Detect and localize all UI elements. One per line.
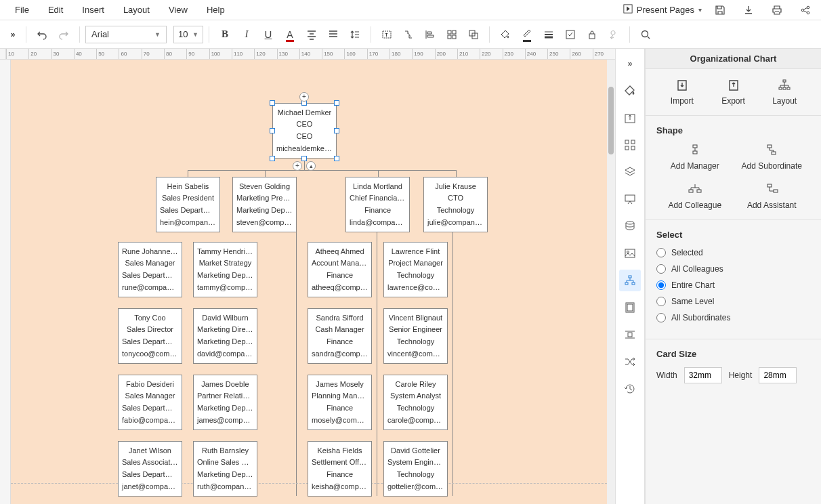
radio-all-subordinates[interactable]: All Subordinates: [656, 313, 810, 322]
group-button[interactable]: [463, 24, 484, 45]
org-card[interactable]: David WilburnMarketing DirectorMarketing…: [193, 308, 257, 364]
selection-handle-e[interactable]: [334, 128, 339, 133]
add-below-button[interactable]: +: [293, 161, 302, 171]
radio-entire-chart[interactable]: Entire Chart: [656, 280, 810, 290]
add-subordinate-button[interactable]: Add Subordinate: [734, 144, 811, 171]
selection-handle-nw[interactable]: [270, 100, 275, 106]
canvas[interactable]: Michael Demker CEO CEO michealdemker... …: [11, 60, 615, 504]
radio-selected[interactable]: Selected: [656, 248, 810, 257]
menu-help[interactable]: Help: [197, 5, 234, 15]
expand-toolbar-icon[interactable]: »: [5, 27, 20, 42]
width-input[interactable]: [684, 367, 722, 383]
org-card[interactable]: Vincent BlignautSenior EngineerTechnolog…: [383, 308, 448, 364]
height-input[interactable]: [759, 367, 797, 383]
svg-rect-26: [632, 282, 635, 285]
download-icon[interactable]: [738, 0, 759, 20]
org-card[interactable]: Linda MortlandChief Financial ...Finance…: [345, 177, 410, 232]
selection-handle-se[interactable]: [334, 156, 339, 161]
redo-button[interactable]: [54, 24, 74, 45]
org-card[interactable]: Fabio DesideriSales ManagerSales Departm…: [118, 375, 182, 430]
position-icon[interactable]: [619, 324, 641, 345]
add-colleague-button[interactable]: Add Colleague: [656, 183, 734, 210]
page-icon[interactable]: [619, 297, 641, 318]
align-para-button[interactable]: [323, 24, 343, 45]
menu-insert[interactable]: Insert: [72, 5, 114, 15]
properties-panel: Organizational Chart Import Export Layou…: [645, 49, 821, 504]
font-size-select[interactable]: 10▼: [173, 26, 203, 43]
add-assistant-button[interactable]: Add Assistant: [734, 183, 811, 210]
image-icon[interactable]: [619, 243, 641, 264]
search-button[interactable]: [635, 24, 656, 45]
menu-edit[interactable]: Edit: [39, 5, 72, 15]
org-card[interactable]: Hein SabelisSales PresidentSales Departm…: [156, 177, 220, 232]
org-card[interactable]: Julie KrauseCTOTechnologyjulie@company..…: [423, 177, 488, 232]
present-pages-button[interactable]: Present Pages ▾: [623, 4, 702, 16]
align-text-button[interactable]: [301, 24, 322, 45]
org-card[interactable]: Keisha FieldsSettlement OfficerFinanceke…: [308, 441, 372, 497]
grid-icon[interactable]: [619, 134, 641, 156]
svg-rect-37: [772, 152, 776, 154]
org-card-root[interactable]: Michael Demker CEO CEO michealdemker...: [272, 103, 337, 159]
share-icon[interactable]: [795, 0, 816, 20]
svg-point-21: [626, 222, 634, 224]
org-card[interactable]: Rune Johannes...Sales ManagerSales Depar…: [118, 242, 182, 297]
checkbox-button[interactable]: [560, 24, 581, 45]
tools-button[interactable]: [604, 24, 624, 45]
text-box-button[interactable]: T: [377, 24, 397, 45]
radio-all-colleagues[interactable]: All Colleagues: [656, 264, 810, 274]
layers-icon[interactable]: [619, 161, 641, 183]
line-style-button[interactable]: [539, 24, 559, 45]
vertical-scrollbar[interactable]: [607, 60, 615, 504]
selection-handle-s[interactable]: [301, 156, 307, 161]
org-card[interactable]: Atheeq AhmedAccount ManagerFinanceatheeq…: [308, 242, 372, 297]
radio-same-level[interactable]: Same Level: [656, 297, 810, 306]
menu-layout[interactable]: Layout: [114, 5, 159, 15]
org-card[interactable]: Sandra SiffordCash ManagerFinancesandra@…: [308, 308, 372, 364]
org-card[interactable]: Lawrence FlintProject ManagerTechnologyl…: [383, 242, 448, 297]
selection-handle-sw[interactable]: [270, 156, 275, 161]
add-manager-button[interactable]: Add Manager: [656, 144, 734, 171]
fill-bucket-icon[interactable]: [619, 80, 641, 102]
font-color-button[interactable]: A: [280, 24, 300, 45]
export-icon[interactable]: [619, 107, 641, 129]
org-chart-icon[interactable]: [619, 270, 641, 291]
org-card[interactable]: Ruth BarnsleyOnline Sales Dir...Marketin…: [193, 441, 257, 497]
line-spacing-button[interactable]: [345, 24, 365, 45]
org-card[interactable]: James DoeblePartner RelationsMarketing D…: [193, 375, 257, 430]
import-button[interactable]: Import: [656, 79, 708, 106]
history-icon[interactable]: [619, 378, 641, 400]
export-button[interactable]: Export: [708, 79, 759, 106]
underline-button[interactable]: U: [258, 24, 278, 45]
align-objects-button[interactable]: [420, 24, 440, 45]
org-card[interactable]: Tammy Hendrick...Market StrategyMarketin…: [193, 242, 257, 297]
selection-handle-ne[interactable]: [334, 100, 339, 106]
org-card[interactable]: Tony CooSales DirectorSales Departmentto…: [118, 308, 182, 364]
menu-file[interactable]: File: [5, 5, 39, 15]
line-color-button[interactable]: [517, 24, 537, 45]
org-card[interactable]: Carole RileySystem AnalystTechnologycaro…: [383, 375, 448, 430]
fill-button[interactable]: [495, 24, 515, 45]
undo-button[interactable]: [32, 24, 52, 45]
collapse-button[interactable]: ▴: [306, 161, 316, 171]
font-family-select[interactable]: Arial▼: [85, 26, 167, 43]
org-card[interactable]: Janet WilsonSales Associate ...Sales Dep…: [118, 441, 182, 497]
toolbar: » Arial▼ 10▼ B I U A T: [0, 20, 821, 49]
italic-button[interactable]: I: [236, 24, 257, 45]
add-above-button[interactable]: +: [299, 92, 309, 102]
bold-button[interactable]: B: [215, 24, 235, 45]
connector-button[interactable]: [398, 24, 419, 45]
collapse-panel-icon[interactable]: »: [619, 53, 641, 75]
org-card[interactable]: Steven GoldingMarketing Presi...Marketin…: [232, 177, 297, 232]
database-icon[interactable]: [619, 215, 641, 237]
org-card[interactable]: David GottelierSystem EngineerTechnology…: [383, 441, 448, 497]
layout-button[interactable]: Layout: [759, 79, 810, 106]
distribute-button[interactable]: [442, 24, 462, 45]
menu-view[interactable]: View: [159, 5, 197, 15]
presentation-icon[interactable]: [619, 188, 641, 210]
selection-handle-w[interactable]: [270, 128, 275, 133]
save-icon[interactable]: [710, 0, 730, 20]
org-card[interactable]: James MoselyPlanning ManagerFinancemosel…: [308, 375, 372, 430]
shuffle-icon[interactable]: [619, 351, 641, 373]
print-icon[interactable]: [767, 0, 787, 20]
lock-button[interactable]: [582, 24, 602, 45]
